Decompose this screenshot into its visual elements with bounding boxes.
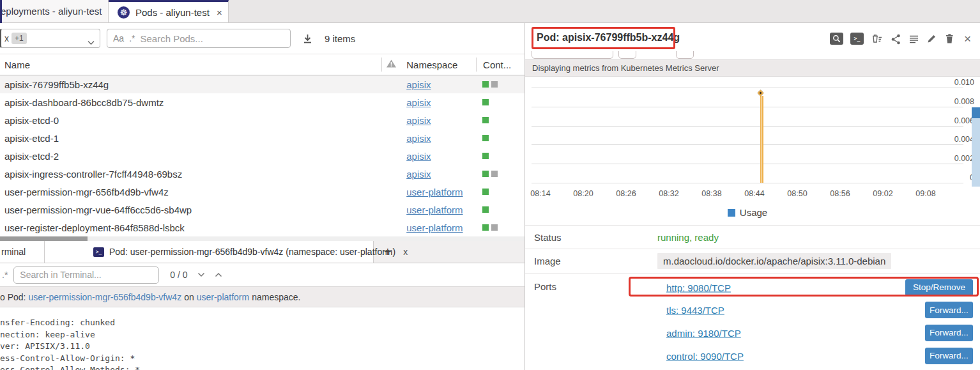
close-icon[interactable]: × [964,33,971,45]
port-row: control: 9090/TCPForward... [525,344,980,367]
pod-name: apisix-etcd-0 [0,115,381,126]
container-status-running [482,135,489,141]
column-header-namespace[interactable]: Namespace [401,58,476,72]
info-prefix: o Pod: [0,292,26,302]
chart-legend: Usage [525,207,970,218]
namespace-link[interactable]: user-platform [406,222,463,233]
namespace-link[interactable]: apisix [406,97,431,108]
terminal-background-tab-label: rminal [1,247,26,257]
pod-detail-title: Pod: apisix-76799ffb5b-xz44g [537,32,680,43]
chart-gridline [532,164,963,164]
pod-name: user-permission-mgr-656fb4d9b-vfw4z [0,187,381,197]
pods-search-box: Aa .* [107,29,291,48]
x-axis-label: 09:02 [869,189,897,198]
column-header-warning[interactable] [381,58,401,72]
container-status-running [482,99,489,105]
chart-gridline [532,183,963,183]
pods-search-input[interactable] [140,33,284,44]
column-header-name[interactable]: Name [0,58,381,72]
terminal-search-row: .* 0 / 0 [0,263,524,286]
pods-table-header: Name Namespace Cont... [0,54,524,75]
legend-usage-swatch [728,209,735,217]
container-statuses [476,171,524,177]
next-match-chevron-down-icon[interactable] [197,272,205,277]
edit-icon[interactable] [926,33,937,44]
table-horizontal-scrollbar[interactable] [0,236,524,241]
status-label: Status [525,232,657,243]
terminal-active-tab[interactable]: >_ Pod: user-permission-mgr-656fb4d9b-vf… [45,241,374,263]
match-case-toggle[interactable]: Aa [113,33,124,43]
evict-icon[interactable] [871,33,883,44]
container-status-running [482,81,489,88]
info-namespace-link[interactable]: user-platform [197,292,249,302]
terminal-output[interactable]: nsfer-Encoding: chunkednection: keep-ali… [0,307,524,370]
port-link[interactable]: admin: 9180/TCP [666,327,741,338]
tab-pods[interactable]: ☸ Pods - aliyun-test × [109,0,229,22]
stop-remove-button[interactable]: Stop/Remove [905,279,973,296]
forward-button[interactable]: Forward... [925,325,973,341]
chart-gridline [532,144,963,145]
port-row: http: 9080/TCPStop/Remove [525,276,980,299]
table-row[interactable]: user-register-deployment-864f8588d-lsbck… [0,219,524,236]
table-row[interactable]: user-permission-mgr-656fb4d9b-vfw4zuser-… [0,183,524,201]
namespace-link[interactable]: user-platform [406,187,463,197]
regex-toggle[interactable]: .* [129,33,135,43]
namespace-link[interactable]: apisix [406,151,431,162]
table-row[interactable]: apisix-etcd-2apisix [0,147,524,165]
namespace-filter-dropdown[interactable]: x +1 [0,29,100,48]
clipped-controls-row [525,51,980,59]
x-axis-label: 08:38 [698,189,726,198]
logs-search-icon[interactable] [830,33,843,45]
container-statuses [476,99,524,105]
x-axis-label: 08:44 [740,189,769,198]
download-icon[interactable] [302,33,313,44]
container-statuses [476,117,524,123]
filter-more-badge: +1 [11,33,27,44]
details-list-icon[interactable] [908,34,919,44]
scrollbar-thumb[interactable] [972,107,980,118]
new-terminal-tab-button[interactable]: + [384,245,392,259]
port-link[interactable]: tls: 9443/TCP [666,305,724,316]
terminal-search-input[interactable] [13,266,159,284]
table-row[interactable]: user-permission-mgr-vue-64ff6cc5d6-sb4wp… [0,201,524,219]
chart-gridline [532,88,963,88]
namespace-link[interactable]: apisix [406,79,431,90]
namespace-link[interactable]: user-platform [406,204,463,215]
clipped-control[interactable] [532,51,613,59]
x-axis-label: 08:14 [526,189,555,198]
namespace-link[interactable]: apisix [406,169,431,180]
table-row[interactable]: apisix-76799ffb5b-xz44gapisix [0,75,524,93]
tab-deployments[interactable]: eployments - aliyun-test [0,0,109,22]
table-row[interactable]: apisix-dashboard-86bcc8db75-dwmtzapisix [0,93,524,111]
pods-table-body: apisix-76799ffb5b-xz44gapisixapisix-dash… [0,75,524,236]
scrollbar-thumb[interactable] [0,236,88,241]
container-statuses [476,153,524,159]
table-row[interactable]: apisix-ingress-controller-7fcff44948-69b… [0,165,524,183]
column-header-containers[interactable]: Cont... [476,58,524,72]
share-icon[interactable] [890,33,901,45]
exec-terminal-icon[interactable]: >_ [850,33,864,45]
port-link[interactable]: http: 9080/TCP [666,282,731,293]
container-status-stopped [491,224,498,231]
info-pod-link[interactable]: user-permission-mgr-656fb4d9b-vfw4z [28,292,181,302]
namespace-link[interactable]: apisix [406,115,431,126]
terminal-background-tab[interactable]: rminal [0,241,45,263]
namespace-link[interactable]: apisix [406,133,431,144]
container-statuses [476,81,524,88]
clipped-control[interactable] [676,51,694,59]
close-terminal-tab-icon[interactable]: x [403,247,408,257]
clipped-control[interactable] [618,51,636,59]
prev-match-chevron-up-icon[interactable] [215,272,222,277]
table-row[interactable]: apisix-etcd-1apisix [0,129,524,147]
pod-name: apisix-etcd-2 [0,151,381,162]
delete-icon[interactable] [944,33,954,44]
port-link[interactable]: control: 9090/TCP [666,350,744,361]
forward-button[interactable]: Forward... [925,302,973,318]
panel-vertical-scrollbar[interactable] [972,107,980,187]
container-status-running [482,224,489,231]
terminal-regex-toggle[interactable]: .* [2,270,8,280]
filter-value: x [4,33,9,43]
forward-button[interactable]: Forward... [925,348,973,364]
close-tab-icon[interactable]: × [217,7,222,18]
table-row[interactable]: apisix-etcd-0apisix [0,111,524,129]
